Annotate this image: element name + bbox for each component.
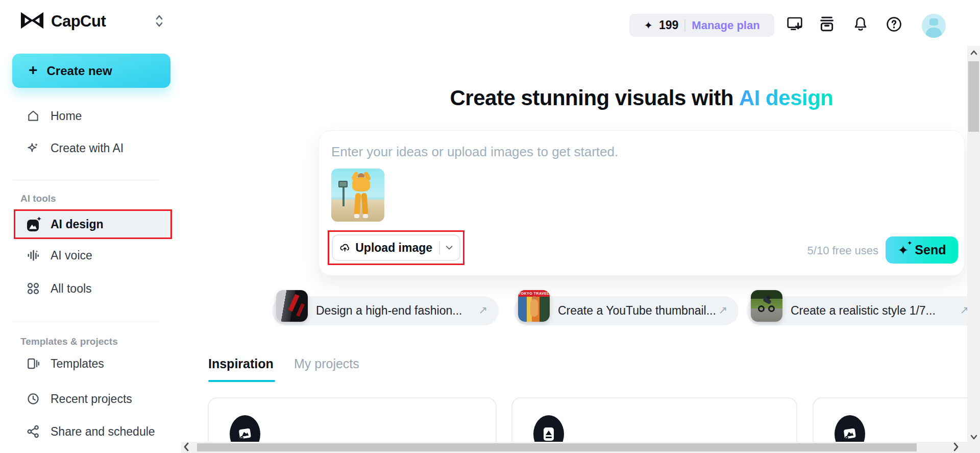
chevron-down-icon[interactable] [446,245,453,251]
clock-icon [27,392,40,406]
arrow-up-right-icon: ↗ [478,304,487,316]
assets-archive-icon[interactable] [818,15,836,33]
create-new-button[interactable]: + Create new [12,54,170,88]
suggestion-thumbnail: TOKYO TRAVEL VL [518,290,550,322]
credits-count: 199 [659,18,678,32]
send-sparkle-icon: ✦✦ [898,244,909,257]
annotation-upload-highlight: Upload image [328,230,464,265]
suggestion-label: Create a YouTube thumbnail... [558,296,716,325]
sidebar-item-label: Recent projects [51,392,132,406]
arrow-up-right-icon: ↗ [718,304,727,316]
avatar-head [929,18,938,26]
home-icon [27,109,40,123]
sidebar-item-share-and-schedule[interactable]: Share and schedule [12,417,172,446]
sidebar-item-ai-design[interactable]: ✦ AI design [14,209,172,239]
sidebar-item-create-with-ai[interactable]: Create with AI [12,134,172,162]
credits-badge[interactable]: ✦ 199 Manage plan [629,14,774,37]
section-title-ai-tools: AI tools [20,193,56,204]
scroll-up-arrow[interactable] [967,48,980,57]
sidebar-item-templates[interactable]: Templates [12,349,172,378]
credits-sparkle-icon: ✦ [644,19,653,32]
ai-voice-icon [27,249,40,262]
prompt-composer-card[interactable]: Enter your ideas or upload images to get… [318,130,965,276]
notifications-bell-icon[interactable] [852,15,869,33]
sidebar-item-label: AI voice [51,249,92,263]
suggestion-chip-realistic[interactable]: Create a realistic style 1/7... ↗ [747,296,980,325]
sidebar-item-home[interactable]: Home [12,102,172,130]
brand-name: CapCut [51,12,106,31]
tab-my-projects[interactable]: My projects [294,356,359,371]
ai-design-icon: ✦ [27,218,41,231]
sidebar-item-label: All tools [51,282,92,296]
suggestion-label: Design a high-end fashion... [316,296,462,325]
magic-sparkle-icon [27,141,40,155]
uploaded-image-thumbnail[interactable] [331,169,384,222]
badge-divider [684,19,685,32]
tab-inspiration[interactable]: Inspiration [208,356,274,371]
upload-image-button[interactable]: Upload image [332,234,460,261]
share-icon [27,425,40,438]
manage-plan-link[interactable]: Manage plan [692,19,760,32]
suggestion-chip-youtube[interactable]: TOKYO TRAVEL VL Create a YouTube thumbna… [514,296,739,325]
vertical-scroll-thumb[interactable] [968,61,979,132]
sidebar-item-all-tools[interactable]: All tools [12,274,172,303]
page-title: Create stunning visuals withAI design [318,86,965,110]
sidebar-item-label: AI design [51,218,104,231]
help-icon[interactable] [885,15,902,33]
upload-image-label: Upload image [355,241,432,255]
avatar-body [926,28,942,38]
suggestion-label: Create a realistic style 1/7... [791,296,936,325]
page-title-highlight: AI design [739,86,834,110]
plus-icon: + [29,62,38,78]
suggestion-thumbnail [276,290,308,322]
send-label: Send [915,243,946,257]
scroll-left-arrow[interactable] [183,441,189,453]
horizontal-scroll-thumb[interactable] [197,443,917,451]
all-tools-grid-icon [27,282,40,295]
horizontal-scrollbar[interactable] [181,442,967,453]
section-title-templates-projects: Templates & projects [20,336,118,347]
sidebar-divider [12,322,159,322]
capcut-app: CapCut ✦ 199 Manage plan [0,0,980,453]
capcut-logo[interactable]: CapCut [20,10,106,33]
send-button[interactable]: ✦✦ Send [886,236,958,264]
sidebar-divider [12,180,159,180]
free-uses-counter: 5/10 free uses [807,244,878,257]
scroll-right-arrow[interactable] [953,441,959,453]
capcut-logo-icon [20,10,44,33]
scroll-down-arrow[interactable] [967,433,980,442]
sidebar-item-label: Templates [51,357,104,371]
sidebar-item-label: Share and schedule [51,425,155,439]
active-tab-underline [208,380,275,382]
sidebar-item-recent-projects[interactable]: Recent projects [12,385,172,413]
vertical-scrollbar[interactable] [967,46,980,453]
create-new-label: Create new [47,64,112,78]
prompt-placeholder[interactable]: Enter your ideas or upload images to get… [331,144,618,160]
suggestion-chip-fashion[interactable]: Design a high-end fashion... ↗ [272,296,499,325]
button-divider [439,241,440,254]
sidebar-item-label: Create with AI [51,141,124,155]
user-avatar[interactable] [922,14,946,38]
templates-icon [27,357,40,370]
sidebar-item-label: Home [51,109,82,123]
suggestion-thumbnail [751,290,782,322]
sidebar-item-ai-voice[interactable]: AI voice [12,241,172,270]
desktop-app-download-icon[interactable] [786,15,803,33]
workspace-switcher-icon[interactable] [155,13,164,31]
upload-cloud-icon [339,242,350,254]
